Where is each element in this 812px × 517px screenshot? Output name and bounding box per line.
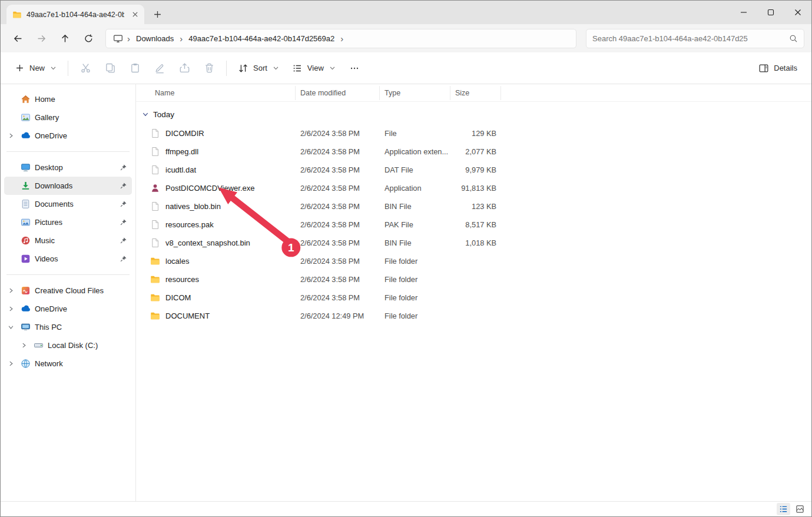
music-icon: [19, 236, 32, 246]
file-name-cell: DICOM: [136, 293, 296, 303]
column-header-name[interactable]: Name: [136, 86, 296, 100]
address-bar[interactable]: › Downloads › 49aac7e1-b104-464a-ae42-0b…: [105, 29, 576, 48]
view-button[interactable]: View: [286, 58, 342, 78]
file-row-resources[interactable]: resources2/6/2024 3:58 PMFile folder: [136, 270, 811, 289]
sidebar-item-home[interactable]: Home: [4, 90, 132, 108]
file-name-cell: resources: [136, 274, 296, 284]
sidebar-item-creative-cloud-files[interactable]: Creative Cloud Files: [4, 281, 132, 300]
delete-button[interactable]: [197, 57, 221, 79]
breadcrumb-current-folder[interactable]: 49aac7e1-b104-464a-ae42-0b147d2569a2: [184, 32, 339, 45]
details-button[interactable]: Details: [753, 58, 803, 78]
breadcrumb-downloads[interactable]: Downloads: [132, 32, 178, 45]
sidebar-item-videos[interactable]: Videos: [4, 250, 132, 268]
up-icon[interactable]: [55, 28, 75, 48]
thumbnail-view-toggle-icon[interactable]: [793, 503, 807, 515]
file-row-postdicomcdviewer-exe[interactable]: PostDICOMCDViewer.exe2/6/2024 3:58 PMApp…: [136, 179, 811, 197]
group-header-today[interactable]: Today: [136, 105, 811, 123]
chevron-right-icon[interactable]: [5, 132, 16, 139]
file-row-v8-context-snapshot-bin[interactable]: v8_context_snapshot.bin2/6/2024 3:58 PMB…: [136, 234, 811, 252]
navigation-bar: › Downloads › 49aac7e1-b104-464a-ae42-0b…: [1, 24, 811, 52]
share-button[interactable]: [173, 57, 196, 79]
search-input[interactable]: [592, 34, 784, 43]
toolbar-separator: [226, 61, 227, 76]
column-header-type[interactable]: Type: [380, 86, 450, 100]
pictures-icon: [19, 217, 32, 227]
breadcrumb-chevron-icon[interactable]: ›: [127, 34, 131, 43]
sidebar-item-onedrive[interactable]: OneDrive: [4, 127, 132, 145]
toolbar-separator: [68, 61, 68, 76]
close-button[interactable]: [784, 1, 811, 24]
file-name: DOCUMENT: [165, 311, 210, 320]
onedrive-icon: [19, 304, 32, 314]
file-name-cell: icudtl.dat: [136, 165, 296, 175]
sidebar-item-network[interactable]: Network: [4, 354, 132, 373]
file-size: 123 KB: [450, 202, 501, 211]
file-row-dicom[interactable]: DICOM2/6/2024 3:58 PMFile folder: [136, 289, 811, 307]
file-name: resources.pak: [165, 220, 214, 229]
chevron-down-icon[interactable]: [5, 324, 16, 330]
sidebar-item-label: Gallery: [35, 113, 127, 122]
explorer-window: 49aac7e1-b104-464a-ae42-0b1: [0, 0, 812, 517]
file-row-locales[interactable]: locales2/6/2024 3:58 PMFile folder: [136, 252, 811, 270]
more-options-button[interactable]: [343, 57, 366, 79]
refresh-icon[interactable]: [78, 28, 98, 48]
explorer-tab[interactable]: 49aac7e1-b104-464a-ae42-0b1: [6, 5, 144, 24]
file-name-cell: PostDICOMCDViewer.exe: [136, 183, 296, 193]
sidebar-item-this-pc[interactable]: This PC: [4, 318, 132, 336]
creative-cloud-icon: [19, 286, 32, 296]
network-icon: [19, 359, 32, 369]
breadcrumb-chevron-icon[interactable]: ›: [340, 34, 344, 43]
file-row-document[interactable]: DOCUMENT2/6/2024 12:49 PMFile folder: [136, 307, 811, 325]
sidebar-item-local-disk-c[interactable]: Local Disk (C:): [17, 336, 132, 354]
file-row-natives-blob-bin[interactable]: natives_blob.bin2/6/2024 3:58 PMBIN File…: [136, 197, 811, 216]
sidebar-item-downloads[interactable]: Downloads: [4, 177, 132, 195]
folder-icon: [150, 256, 160, 266]
new-button[interactable]: New: [9, 58, 62, 78]
sidebar-item-desktop[interactable]: Desktop: [4, 158, 132, 177]
file-type: DAT File: [380, 165, 450, 174]
column-header-date-modified[interactable]: Date modified: [296, 86, 380, 100]
forward-icon[interactable]: [31, 28, 51, 48]
file-row-icudtl-dat[interactable]: icudtl.dat2/6/2024 3:58 PMDAT File9,979 …: [136, 161, 811, 179]
rename-button[interactable]: [148, 57, 171, 79]
file-size: 2,077 KB: [450, 147, 501, 156]
column-header-size[interactable]: Size: [450, 86, 501, 100]
tab-close-icon[interactable]: [129, 9, 141, 21]
file-type: Application: [380, 184, 450, 193]
sidebar-item-music[interactable]: Music: [4, 231, 132, 250]
cut-button[interactable]: [74, 57, 97, 79]
file-name: locales: [165, 257, 189, 266]
details-view-toggle-icon[interactable]: [777, 503, 790, 515]
sort-button[interactable]: Sort: [232, 58, 285, 78]
maximize-button[interactable]: [757, 1, 784, 24]
chevron-right-icon[interactable]: [5, 287, 16, 294]
sidebar-item-pictures[interactable]: Pictures: [4, 213, 132, 231]
file-row-dicomdir[interactable]: DICOMDIR2/6/2024 3:58 PMFile129 KB: [136, 124, 811, 142]
sidebar-item-onedrive[interactable]: OneDrive: [4, 300, 132, 318]
new-tab-button[interactable]: [149, 6, 165, 22]
copy-button[interactable]: [98, 57, 122, 79]
back-icon[interactable]: [8, 28, 28, 48]
search-box[interactable]: [586, 29, 804, 48]
sidebar-separator: [6, 274, 130, 275]
file-date-modified: 2/6/2024 3:58 PM: [296, 238, 380, 247]
chevron-down-icon[interactable]: [142, 111, 149, 118]
chevron-right-icon[interactable]: [5, 360, 16, 367]
file-list-pane: Name Date modified Type Size Today DICOM…: [136, 84, 811, 501]
chevron-right-icon[interactable]: [18, 342, 29, 349]
sidebar-item-documents[interactable]: Documents: [4, 195, 132, 213]
sidebar-item-label: This PC: [35, 323, 127, 332]
file-name-cell: resources.pak: [136, 220, 296, 230]
search-icon[interactable]: [789, 34, 798, 43]
pin-icon: [120, 218, 127, 226]
minimize-button[interactable]: [730, 1, 757, 24]
chevron-right-icon[interactable]: [5, 306, 16, 312]
this-pc-monitor-icon[interactable]: [111, 34, 125, 44]
breadcrumb-chevron-icon[interactable]: ›: [179, 34, 183, 43]
sidebar-item-label: OneDrive: [35, 131, 127, 140]
file-row-resources-pak[interactable]: resources.pak2/6/2024 3:58 PMPAK File8,5…: [136, 216, 811, 234]
paste-button[interactable]: [123, 57, 147, 79]
sort-button-label: Sort: [253, 64, 267, 72]
sidebar-item-gallery[interactable]: Gallery: [4, 108, 132, 127]
file-row-ffmpeg-dll[interactable]: ffmpeg.dll2/6/2024 3:58 PMApplication ex…: [136, 142, 811, 161]
